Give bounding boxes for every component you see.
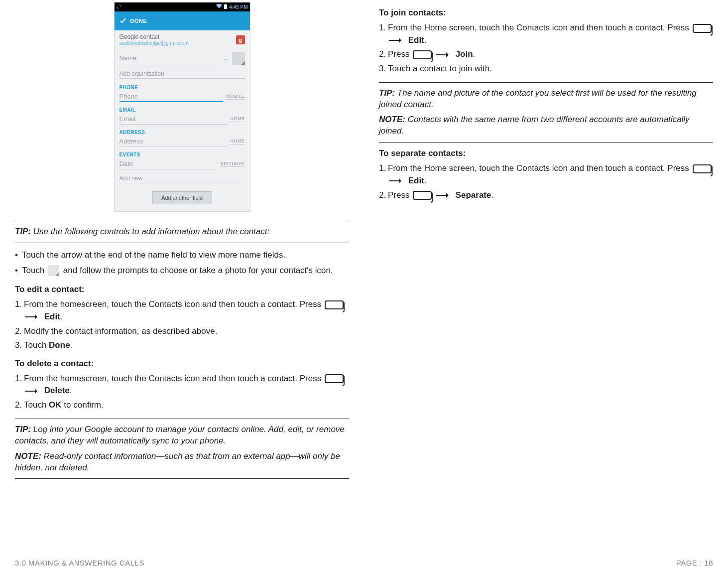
tip-label: TIP: — [15, 227, 31, 236]
edit-step-2: Modify the contact information, as descr… — [24, 325, 349, 338]
menu-icon — [693, 164, 712, 173]
phone-input[interactable]: Phone — [120, 91, 224, 102]
divider — [379, 142, 713, 143]
divider — [379, 82, 713, 83]
photo-placeholder-icon — [48, 265, 59, 276]
footer-page: PAGE : 18 — [676, 559, 713, 567]
phone-type[interactable]: MOBILE — [226, 94, 244, 100]
status-time: 4:45 PM — [229, 4, 247, 10]
contact-photo-placeholder[interactable] — [232, 52, 245, 65]
heading-separate-contacts: To separate contacts: — [379, 148, 713, 158]
section-address: ADDRESS — [115, 127, 250, 136]
status-bar: 4:45 PM — [115, 2, 250, 11]
tip-controls: TIP: Use the following controls to add i… — [15, 226, 349, 238]
add-organization[interactable]: Add organization — [120, 69, 245, 79]
sync-icon — [117, 4, 121, 9]
email-type[interactable]: HOME — [231, 116, 245, 122]
join-step-2: Press Join. — [388, 48, 713, 61]
arrow-icon — [436, 192, 451, 198]
account-type: Google contact — [120, 33, 236, 40]
heading-edit-contact: To edit a contact: — [15, 285, 349, 294]
tip-join-name: TIP: The name and picture of the contact… — [379, 88, 713, 111]
bullet: • — [15, 249, 22, 262]
tip-google-sync: TIP: Log into your Google account to man… — [15, 424, 349, 447]
wifi-icon — [216, 4, 222, 10]
section-email: EMAIL — [115, 104, 250, 114]
date-input[interactable]: Date — [120, 158, 218, 169]
account-row: Google contact scotliondrewbridge@gmail.… — [115, 30, 250, 49]
note-auto-join: NOTE: Contacts with the same name from t… — [379, 114, 713, 137]
separate-step-2: Press Separate. — [388, 189, 713, 202]
edit-step-3: Touch Done. — [24, 339, 349, 352]
arrow-icon — [25, 388, 40, 394]
arrow-icon — [436, 52, 451, 58]
add-new-event[interactable]: Add new — [120, 173, 245, 183]
add-another-field-button[interactable]: Add another field — [152, 191, 212, 204]
delete-step-1: From the homescreen, touch the Contacts … — [24, 373, 349, 397]
arrow-icon — [25, 314, 40, 320]
section-phone: PHONE — [115, 82, 250, 91]
bullet: • — [15, 265, 22, 277]
menu-icon — [325, 374, 344, 383]
expand-name-icon[interactable]: ⌄ — [222, 55, 229, 62]
divider — [15, 478, 349, 479]
android-contact-edit-screenshot: 4:45 PM DONE Google contact scotliondrew… — [114, 2, 250, 212]
menu-icon — [413, 191, 432, 200]
done-bar[interactable]: DONE — [115, 11, 250, 30]
edit-step-1: From the homescreen, touch the Contacts … — [24, 298, 349, 323]
battery-icon — [224, 4, 228, 10]
menu-icon — [413, 50, 432, 59]
bullet-name-arrow: Touch the arrow at the end of the name f… — [22, 249, 349, 262]
delete-step-2: Touch OK to confirm. — [24, 399, 349, 412]
heading-delete-contact: To delete a contact: — [15, 359, 349, 369]
svg-rect-1 — [225, 4, 226, 4]
address-type[interactable]: HOME — [231, 139, 245, 144]
arrow-icon — [389, 178, 404, 184]
name-input[interactable]: Name — [120, 52, 222, 64]
menu-icon — [693, 24, 712, 33]
divider — [15, 221, 349, 221]
divider — [15, 243, 349, 243]
email-input[interactable]: Email — [120, 114, 228, 125]
menu-icon — [325, 300, 344, 309]
done-label: DONE — [130, 18, 147, 24]
check-icon — [119, 16, 127, 25]
svg-rect-0 — [224, 4, 227, 9]
google-icon: g — [236, 35, 245, 44]
separate-step-1: From the Home screen, touch the Contacts… — [388, 162, 713, 187]
account-email: scotliondrewbridge@gmail.com — [120, 40, 236, 46]
bullet-photo: Touch and follow the prompts to choose o… — [22, 265, 349, 277]
section-events: EVENTS — [115, 149, 250, 158]
divider — [15, 419, 349, 419]
note-readonly: NOTE: Read-only contact information—such… — [15, 451, 349, 474]
join-step-1: From the Home screen, touch the Contacts… — [388, 22, 713, 46]
footer-section: 3.0 MAKING & ANSWERING CALLS — [15, 559, 144, 567]
arrow-icon — [389, 37, 404, 43]
address-input[interactable]: Address — [120, 136, 228, 147]
heading-join-contacts: To join contacts: — [379, 8, 713, 18]
date-type[interactable]: BIRTHDAY — [221, 161, 245, 167]
join-step-3: Touch a contact to join with. — [388, 63, 713, 75]
